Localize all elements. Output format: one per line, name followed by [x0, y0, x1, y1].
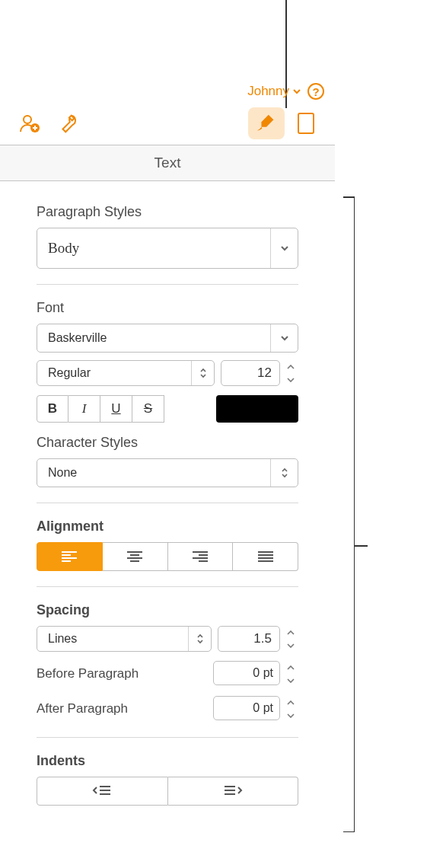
after-paragraph-stepper[interactable]	[283, 696, 298, 722]
callout-bracket	[342, 196, 355, 832]
underline-button[interactable]: U	[100, 395, 132, 423]
divider	[37, 503, 298, 503]
after-paragraph-field[interactable]: 0 pt	[213, 696, 280, 720]
character-style-select[interactable]: None	[37, 458, 298, 487]
spacing-label: Spacing	[37, 602, 298, 618]
decrease-indent-button[interactable]	[37, 777, 168, 806]
svg-point-0	[24, 116, 31, 123]
align-right-button[interactable]	[168, 542, 234, 571]
paragraph-styles-label: Paragraph Styles	[37, 204, 298, 220]
decrease-indent-icon	[92, 784, 112, 798]
before-paragraph-value: 0 pt	[253, 666, 273, 680]
before-paragraph-stepper[interactable]	[283, 661, 298, 687]
paragraph-style-select[interactable]: Body	[37, 228, 298, 269]
bold-label: B	[48, 401, 57, 416]
chevron-down-icon	[287, 643, 295, 648]
underline-label: U	[111, 401, 120, 416]
align-left-button[interactable]	[37, 542, 103, 571]
wrench-icon	[57, 112, 80, 135]
before-paragraph-field[interactable]: 0 pt	[213, 661, 280, 685]
divider	[37, 284, 298, 285]
select-arrow	[188, 627, 211, 651]
format-button[interactable]	[248, 107, 285, 139]
spacing-mode-select[interactable]: Lines	[37, 626, 212, 652]
align-left-icon	[60, 550, 78, 563]
after-paragraph-label: After Paragraph	[37, 701, 213, 716]
align-center-button[interactable]	[103, 542, 168, 571]
chevron-down-icon	[287, 678, 295, 683]
chevron-down-icon	[280, 333, 289, 343]
section-title: Text	[155, 155, 181, 171]
user-menu[interactable]: Johnny	[247, 84, 301, 99]
character-styles-label: Character Styles	[37, 435, 298, 451]
chevron-down-icon	[280, 244, 289, 253]
bold-button[interactable]: B	[37, 395, 68, 423]
character-style-value: None	[37, 466, 270, 480]
align-justify-button[interactable]	[233, 542, 298, 571]
up-down-chevron-icon	[196, 633, 204, 644]
italic-button[interactable]: I	[68, 395, 100, 423]
svg-rect-2	[298, 113, 314, 133]
help-button[interactable]: ?	[307, 83, 324, 100]
select-arrow	[270, 459, 298, 487]
spacing-mode-value: Lines	[37, 632, 188, 646]
spacing-value-field[interactable]: 1.5	[218, 626, 280, 652]
font-label: Font	[37, 300, 298, 316]
chevron-down-icon	[287, 377, 295, 382]
font-style-value: Regular	[37, 366, 191, 380]
chevron-up-icon	[287, 630, 295, 636]
chevron-up-icon	[287, 700, 295, 706]
font-style-select[interactable]: Regular	[37, 360, 215, 386]
tools-button[interactable]	[50, 107, 87, 139]
font-size-field[interactable]: 12	[221, 360, 280, 386]
up-down-chevron-icon	[281, 468, 288, 478]
select-arrow	[270, 324, 298, 352]
chevron-down-icon	[292, 87, 301, 96]
chevron-down-icon	[287, 713, 295, 718]
chevron-up-icon	[287, 665, 295, 671]
divider	[37, 586, 298, 587]
align-center-icon	[126, 550, 144, 563]
indents-label: Indents	[37, 753, 298, 769]
document-button[interactable]	[288, 107, 324, 139]
spacing-stepper[interactable]	[283, 626, 298, 652]
after-paragraph-value: 0 pt	[253, 701, 273, 715]
text-color-swatch[interactable]	[216, 395, 298, 423]
italic-label: I	[82, 401, 87, 416]
up-down-chevron-icon	[199, 368, 207, 378]
alignment-label: Alignment	[37, 519, 298, 535]
font-family-value: Baskerville	[37, 331, 270, 345]
strike-button[interactable]: S	[132, 395, 164, 423]
font-family-select[interactable]: Baskerville	[37, 324, 298, 353]
chevron-up-icon	[287, 365, 295, 370]
font-size-value: 12	[257, 365, 272, 381]
user-name: Johnny	[247, 84, 289, 99]
spacing-value: 1.5	[253, 631, 272, 646]
collaborate-icon	[17, 111, 41, 136]
align-right-icon	[191, 550, 209, 563]
help-label: ?	[312, 85, 319, 98]
paragraph-style-value: Body	[37, 240, 270, 257]
increase-indent-button[interactable]	[168, 777, 299, 806]
font-size-stepper[interactable]	[283, 360, 298, 386]
select-arrow	[270, 228, 298, 268]
document-icon	[296, 111, 316, 136]
divider	[37, 737, 298, 738]
align-justify-icon	[256, 550, 275, 563]
increase-indent-icon	[223, 784, 243, 798]
before-paragraph-label: Before Paragraph	[37, 666, 213, 681]
collaborate-button[interactable]	[11, 107, 47, 139]
select-arrow	[191, 361, 214, 385]
section-header: Text	[0, 145, 335, 181]
strike-label: S	[144, 401, 152, 416]
callout-bracket-tick	[354, 545, 368, 547]
paintbrush-icon	[255, 112, 278, 135]
